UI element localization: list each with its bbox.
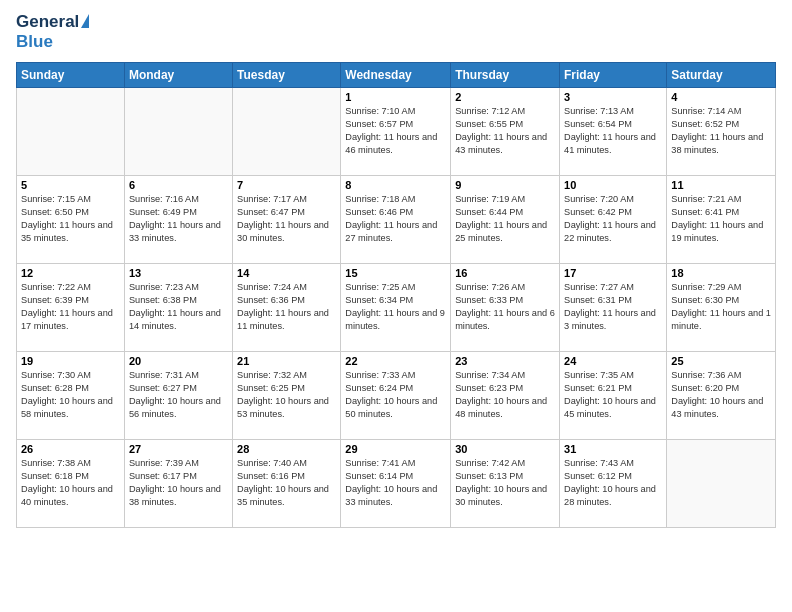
calendar-cell: 10Sunrise: 7:20 AMSunset: 6:42 PMDayligh… bbox=[560, 176, 667, 264]
day-info: Sunrise: 7:43 AMSunset: 6:12 PMDaylight:… bbox=[564, 457, 662, 509]
logo: General Blue bbox=[16, 12, 89, 52]
day-info: Sunrise: 7:21 AMSunset: 6:41 PMDaylight:… bbox=[671, 193, 771, 245]
day-number: 25 bbox=[671, 355, 771, 367]
day-info: Sunrise: 7:29 AMSunset: 6:30 PMDaylight:… bbox=[671, 281, 771, 333]
calendar-cell: 11Sunrise: 7:21 AMSunset: 6:41 PMDayligh… bbox=[667, 176, 776, 264]
calendar-header-wednesday: Wednesday bbox=[341, 63, 451, 88]
calendar-cell: 28Sunrise: 7:40 AMSunset: 6:16 PMDayligh… bbox=[233, 440, 341, 528]
page-container: General Blue SundayMondayTuesdayWednesda… bbox=[0, 0, 792, 538]
calendar-cell: 29Sunrise: 7:41 AMSunset: 6:14 PMDayligh… bbox=[341, 440, 451, 528]
day-info: Sunrise: 7:32 AMSunset: 6:25 PMDaylight:… bbox=[237, 369, 336, 421]
day-info: Sunrise: 7:15 AMSunset: 6:50 PMDaylight:… bbox=[21, 193, 120, 245]
day-number: 3 bbox=[564, 91, 662, 103]
day-info: Sunrise: 7:35 AMSunset: 6:21 PMDaylight:… bbox=[564, 369, 662, 421]
calendar-header-saturday: Saturday bbox=[667, 63, 776, 88]
day-number: 7 bbox=[237, 179, 336, 191]
day-number: 31 bbox=[564, 443, 662, 455]
day-number: 30 bbox=[455, 443, 555, 455]
calendar-header-monday: Monday bbox=[124, 63, 232, 88]
logo-general-text: General bbox=[16, 12, 79, 32]
day-info: Sunrise: 7:42 AMSunset: 6:13 PMDaylight:… bbox=[455, 457, 555, 509]
day-number: 6 bbox=[129, 179, 228, 191]
calendar-cell: 6Sunrise: 7:16 AMSunset: 6:49 PMDaylight… bbox=[124, 176, 232, 264]
day-number: 4 bbox=[671, 91, 771, 103]
calendar-cell: 25Sunrise: 7:36 AMSunset: 6:20 PMDayligh… bbox=[667, 352, 776, 440]
day-info: Sunrise: 7:16 AMSunset: 6:49 PMDaylight:… bbox=[129, 193, 228, 245]
day-number: 10 bbox=[564, 179, 662, 191]
day-info: Sunrise: 7:22 AMSunset: 6:39 PMDaylight:… bbox=[21, 281, 120, 333]
day-number: 17 bbox=[564, 267, 662, 279]
day-info: Sunrise: 7:13 AMSunset: 6:54 PMDaylight:… bbox=[564, 105, 662, 157]
calendar-cell: 9Sunrise: 7:19 AMSunset: 6:44 PMDaylight… bbox=[451, 176, 560, 264]
calendar-week-5: 26Sunrise: 7:38 AMSunset: 6:18 PMDayligh… bbox=[17, 440, 776, 528]
calendar-header-row: SundayMondayTuesdayWednesdayThursdayFrid… bbox=[17, 63, 776, 88]
logo-triangle-icon bbox=[81, 14, 89, 28]
day-info: Sunrise: 7:18 AMSunset: 6:46 PMDaylight:… bbox=[345, 193, 446, 245]
day-number: 13 bbox=[129, 267, 228, 279]
calendar-cell: 20Sunrise: 7:31 AMSunset: 6:27 PMDayligh… bbox=[124, 352, 232, 440]
calendar-cell bbox=[17, 88, 125, 176]
day-info: Sunrise: 7:25 AMSunset: 6:34 PMDaylight:… bbox=[345, 281, 446, 333]
day-number: 2 bbox=[455, 91, 555, 103]
logo-blue-text: Blue bbox=[16, 32, 53, 52]
day-number: 21 bbox=[237, 355, 336, 367]
calendar-cell bbox=[124, 88, 232, 176]
day-info: Sunrise: 7:19 AMSunset: 6:44 PMDaylight:… bbox=[455, 193, 555, 245]
day-number: 24 bbox=[564, 355, 662, 367]
day-info: Sunrise: 7:20 AMSunset: 6:42 PMDaylight:… bbox=[564, 193, 662, 245]
day-number: 23 bbox=[455, 355, 555, 367]
day-number: 22 bbox=[345, 355, 446, 367]
day-info: Sunrise: 7:34 AMSunset: 6:23 PMDaylight:… bbox=[455, 369, 555, 421]
day-number: 14 bbox=[237, 267, 336, 279]
day-number: 1 bbox=[345, 91, 446, 103]
day-number: 16 bbox=[455, 267, 555, 279]
day-info: Sunrise: 7:26 AMSunset: 6:33 PMDaylight:… bbox=[455, 281, 555, 333]
calendar-cell: 17Sunrise: 7:27 AMSunset: 6:31 PMDayligh… bbox=[560, 264, 667, 352]
day-number: 9 bbox=[455, 179, 555, 191]
calendar-cell: 13Sunrise: 7:23 AMSunset: 6:38 PMDayligh… bbox=[124, 264, 232, 352]
day-info: Sunrise: 7:24 AMSunset: 6:36 PMDaylight:… bbox=[237, 281, 336, 333]
day-number: 12 bbox=[21, 267, 120, 279]
day-info: Sunrise: 7:41 AMSunset: 6:14 PMDaylight:… bbox=[345, 457, 446, 509]
calendar-cell: 22Sunrise: 7:33 AMSunset: 6:24 PMDayligh… bbox=[341, 352, 451, 440]
calendar-cell: 18Sunrise: 7:29 AMSunset: 6:30 PMDayligh… bbox=[667, 264, 776, 352]
calendar-header-thursday: Thursday bbox=[451, 63, 560, 88]
calendar-cell: 4Sunrise: 7:14 AMSunset: 6:52 PMDaylight… bbox=[667, 88, 776, 176]
day-info: Sunrise: 7:12 AMSunset: 6:55 PMDaylight:… bbox=[455, 105, 555, 157]
day-number: 11 bbox=[671, 179, 771, 191]
calendar-cell: 2Sunrise: 7:12 AMSunset: 6:55 PMDaylight… bbox=[451, 88, 560, 176]
calendar-table: SundayMondayTuesdayWednesdayThursdayFrid… bbox=[16, 62, 776, 528]
calendar-header-tuesday: Tuesday bbox=[233, 63, 341, 88]
calendar-week-1: 1Sunrise: 7:10 AMSunset: 6:57 PMDaylight… bbox=[17, 88, 776, 176]
calendar-cell: 5Sunrise: 7:15 AMSunset: 6:50 PMDaylight… bbox=[17, 176, 125, 264]
day-number: 5 bbox=[21, 179, 120, 191]
calendar-cell: 31Sunrise: 7:43 AMSunset: 6:12 PMDayligh… bbox=[560, 440, 667, 528]
calendar-cell: 7Sunrise: 7:17 AMSunset: 6:47 PMDaylight… bbox=[233, 176, 341, 264]
calendar-cell: 1Sunrise: 7:10 AMSunset: 6:57 PMDaylight… bbox=[341, 88, 451, 176]
calendar-cell: 19Sunrise: 7:30 AMSunset: 6:28 PMDayligh… bbox=[17, 352, 125, 440]
day-info: Sunrise: 7:38 AMSunset: 6:18 PMDaylight:… bbox=[21, 457, 120, 509]
day-info: Sunrise: 7:27 AMSunset: 6:31 PMDaylight:… bbox=[564, 281, 662, 333]
calendar-cell bbox=[233, 88, 341, 176]
calendar-cell: 21Sunrise: 7:32 AMSunset: 6:25 PMDayligh… bbox=[233, 352, 341, 440]
day-number: 28 bbox=[237, 443, 336, 455]
calendar-cell: 14Sunrise: 7:24 AMSunset: 6:36 PMDayligh… bbox=[233, 264, 341, 352]
day-info: Sunrise: 7:30 AMSunset: 6:28 PMDaylight:… bbox=[21, 369, 120, 421]
day-info: Sunrise: 7:17 AMSunset: 6:47 PMDaylight:… bbox=[237, 193, 336, 245]
calendar-cell: 16Sunrise: 7:26 AMSunset: 6:33 PMDayligh… bbox=[451, 264, 560, 352]
calendar-cell: 24Sunrise: 7:35 AMSunset: 6:21 PMDayligh… bbox=[560, 352, 667, 440]
calendar-header-sunday: Sunday bbox=[17, 63, 125, 88]
day-info: Sunrise: 7:36 AMSunset: 6:20 PMDaylight:… bbox=[671, 369, 771, 421]
day-number: 27 bbox=[129, 443, 228, 455]
day-number: 18 bbox=[671, 267, 771, 279]
day-info: Sunrise: 7:33 AMSunset: 6:24 PMDaylight:… bbox=[345, 369, 446, 421]
calendar-header-friday: Friday bbox=[560, 63, 667, 88]
calendar-week-2: 5Sunrise: 7:15 AMSunset: 6:50 PMDaylight… bbox=[17, 176, 776, 264]
calendar-cell: 27Sunrise: 7:39 AMSunset: 6:17 PMDayligh… bbox=[124, 440, 232, 528]
day-info: Sunrise: 7:40 AMSunset: 6:16 PMDaylight:… bbox=[237, 457, 336, 509]
day-number: 29 bbox=[345, 443, 446, 455]
calendar-cell: 26Sunrise: 7:38 AMSunset: 6:18 PMDayligh… bbox=[17, 440, 125, 528]
calendar-cell: 3Sunrise: 7:13 AMSunset: 6:54 PMDaylight… bbox=[560, 88, 667, 176]
calendar-week-4: 19Sunrise: 7:30 AMSunset: 6:28 PMDayligh… bbox=[17, 352, 776, 440]
day-info: Sunrise: 7:10 AMSunset: 6:57 PMDaylight:… bbox=[345, 105, 446, 157]
